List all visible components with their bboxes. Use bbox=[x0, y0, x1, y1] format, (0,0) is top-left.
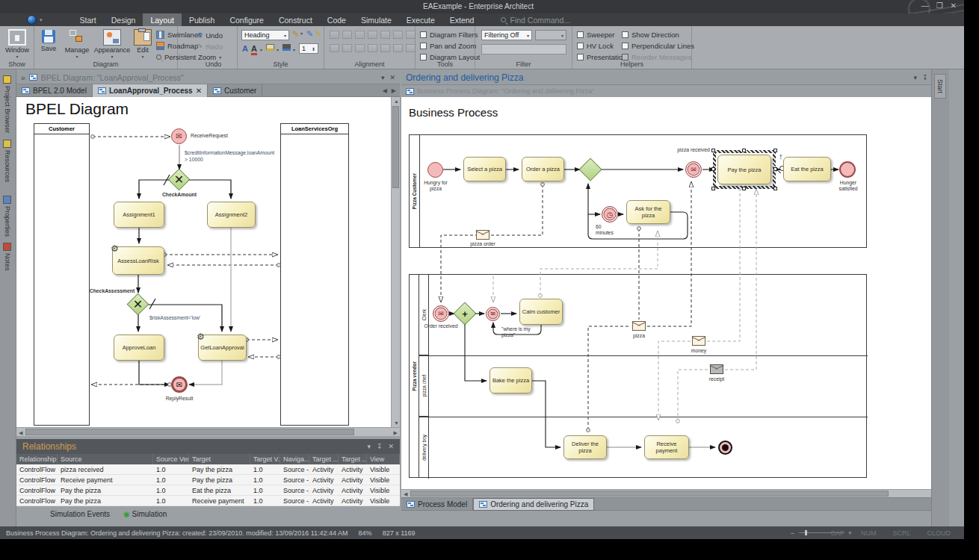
chevron-right-icon[interactable]: » bbox=[21, 73, 25, 82]
align-icon-7[interactable] bbox=[406, 31, 416, 39]
event-pizza-received[interactable]: ✉ bbox=[685, 161, 702, 178]
align-icon-11[interactable] bbox=[368, 44, 377, 52]
pizza-envelope-icon[interactable] bbox=[632, 321, 646, 331]
table-row[interactable]: ControlFlowReceive payment1.0Pay the piz… bbox=[16, 475, 400, 485]
col-view[interactable]: View bbox=[367, 454, 400, 464]
task-receive-payment[interactable]: Receive payment bbox=[644, 435, 689, 459]
col-source-ver[interactable]: Source Ver... bbox=[153, 454, 189, 464]
tab-execute[interactable]: Execute bbox=[399, 13, 442, 26]
align-icon-6[interactable] bbox=[393, 31, 403, 39]
tab-loanapproval[interactable]: LoanApproval_Process✕ bbox=[93, 84, 208, 97]
font-color-icon[interactable]: A bbox=[242, 44, 248, 53]
event-receive-request[interactable]: ✉ bbox=[171, 128, 187, 144]
scroll-left-icon[interactable]: ◀ bbox=[404, 491, 407, 497]
table-row[interactable]: ControlFlowPay the pizza1.0Receive payme… bbox=[16, 496, 400, 506]
selection-handle[interactable] bbox=[773, 167, 777, 171]
perpendicular-checkbox[interactable] bbox=[622, 43, 629, 49]
tab-configure[interactable]: Configure bbox=[222, 13, 271, 26]
tab-ordering-pizza[interactable]: Ordering and delivering Pizza bbox=[473, 498, 594, 511]
selection-handle[interactable] bbox=[742, 187, 746, 190]
checkbox-perpendicular[interactable]: Perpendicular Lines bbox=[622, 42, 694, 50]
task-select-pizza[interactable]: Select a pizza bbox=[463, 157, 506, 181]
gateway-check-assessment[interactable]: ✕ bbox=[127, 293, 149, 316]
tab-simulation[interactable]: ◉ Simulation bbox=[123, 510, 167, 518]
line-color-icon[interactable] bbox=[282, 44, 291, 51]
align-icon-13[interactable] bbox=[393, 44, 403, 52]
filter-extra-dropdown[interactable]: ▾ bbox=[535, 30, 566, 40]
task-assignment2[interactable]: Assignment2 bbox=[207, 202, 256, 228]
save-button[interactable]: Save bbox=[36, 28, 61, 52]
gateway-check-amount[interactable]: ✕ bbox=[168, 169, 191, 191]
align-icon-9[interactable] bbox=[342, 44, 352, 52]
app-logo-icon[interactable] bbox=[27, 15, 37, 25]
scroll-left-icon[interactable]: ◀ bbox=[19, 430, 22, 436]
table-row[interactable]: ControlFlowPay the pizza1.0Eat the pizza… bbox=[16, 485, 400, 496]
selection-handle[interactable] bbox=[773, 187, 777, 190]
align-icon-3[interactable] bbox=[355, 31, 365, 39]
scroll-right-icon[interactable]: ▶ bbox=[394, 430, 398, 436]
task-approve-loan[interactable]: ApproveLoan bbox=[114, 335, 164, 361]
col-target-v[interactable]: Target V... bbox=[250, 454, 280, 464]
selection-handle[interactable] bbox=[711, 149, 715, 152]
fill-color-caret[interactable]: ▾ bbox=[277, 47, 279, 52]
checkbox-show-direction[interactable]: Show Direction bbox=[622, 31, 679, 39]
checkbox-sweeper[interactable]: Sweeper bbox=[577, 31, 615, 39]
selection-handle[interactable] bbox=[711, 167, 715, 171]
col-target3[interactable]: Target ... bbox=[339, 454, 367, 464]
sidebar-item-notes[interactable]: Notes bbox=[3, 243, 11, 271]
filter-mode-dropdown[interactable]: Filtering Off▾ bbox=[481, 30, 532, 40]
align-icon-14[interactable] bbox=[406, 44, 416, 52]
tab-close-icon[interactable]: ✕ bbox=[196, 87, 202, 95]
pin-icon[interactable]: ↧ bbox=[377, 443, 383, 450]
table-row[interactable]: ControlFlowpizza received1.0Pay the pizz… bbox=[16, 464, 400, 475]
sweeper-checkbox[interactable] bbox=[577, 31, 584, 38]
col-source[interactable]: Source bbox=[58, 454, 153, 464]
fill-color-icon[interactable] bbox=[266, 44, 274, 51]
tab-start[interactable]: Start bbox=[72, 13, 104, 26]
selection-handle[interactable] bbox=[711, 187, 715, 190]
bpel-canvas[interactable]: BPEL Diagram Customer LoanServicesOrg bbox=[16, 97, 391, 427]
panel-close-button[interactable]: ✕ bbox=[389, 74, 395, 81]
align-icon-8[interactable] bbox=[330, 44, 339, 52]
tab-code[interactable]: Code bbox=[320, 13, 353, 26]
window-button[interactable]: Window ▾ bbox=[1, 28, 33, 59]
bpel-hscrollbar[interactable]: ◀ ▶ bbox=[16, 427, 400, 436]
checkbox-hv-lock[interactable]: HV Lock bbox=[577, 42, 614, 50]
diagram-layout-checkbox[interactable] bbox=[420, 54, 427, 60]
pool-pizza-vendor[interactable]: Pizza vendor Clerk pizza chef delivery b… bbox=[409, 274, 867, 478]
edit-button[interactable]: Edit ▾ bbox=[132, 28, 154, 59]
event-end-terminate[interactable] bbox=[718, 441, 732, 455]
event-reply-result[interactable]: ✉ bbox=[171, 376, 188, 393]
find-command[interactable]: Find Command... bbox=[501, 16, 570, 25]
event-hunger-satisfied[interactable] bbox=[839, 161, 856, 178]
pizza-canvas[interactable]: Business Process Pizza Customer Pizza ve… bbox=[401, 97, 933, 489]
text-color-icon[interactable]: A bbox=[251, 44, 257, 55]
style-combobox[interactable]: Heading▾ bbox=[241, 30, 289, 40]
tab-layout[interactable]: Layout bbox=[143, 13, 182, 26]
event-timer-60min[interactable]: ◷ bbox=[602, 206, 618, 223]
pizza-hscrollbar[interactable]: ◀ bbox=[401, 489, 943, 497]
sidebar-item-resources[interactable]: Resources bbox=[3, 140, 11, 182]
line-color-caret[interactable]: ▾ bbox=[293, 47, 295, 52]
tab-customer[interactable]: Customer bbox=[208, 84, 262, 97]
redo-button[interactable]: ↷Redo bbox=[196, 42, 223, 52]
bpel-vscrollbar[interactable]: ▲ ▼ bbox=[391, 97, 400, 427]
scroll-up-icon[interactable]: ▲ bbox=[394, 99, 399, 104]
pool-loanservices[interactable]: LoanServicesOrg bbox=[280, 123, 349, 426]
align-icon-10[interactable] bbox=[355, 44, 365, 52]
checkbox-pan-zoom[interactable]: Pan and Zoom bbox=[420, 42, 476, 50]
col-target2[interactable]: Target ... bbox=[309, 454, 339, 464]
manage-button[interactable]: Manage ▾ bbox=[61, 28, 93, 59]
rel-close-button[interactable]: ✕ bbox=[388, 443, 394, 450]
panel-menu-button[interactable]: ▾ bbox=[381, 74, 385, 81]
tab-start-edge[interactable]: Start bbox=[934, 74, 946, 99]
highlight-icon[interactable]: ✎ bbox=[315, 29, 322, 39]
task-assignment1[interactable]: Assignment1 bbox=[114, 202, 164, 228]
tab-publish[interactable]: Publish bbox=[182, 13, 222, 26]
task-eat-pizza[interactable]: Eat the pizza bbox=[783, 157, 831, 181]
pin-icon[interactable]: ↧ bbox=[922, 74, 928, 81]
tab-scroll-right-icon[interactable]: ▶ bbox=[392, 87, 396, 94]
event-hungry-start[interactable] bbox=[427, 162, 443, 178]
panel-menu-button[interactable]: ▾ bbox=[913, 74, 917, 81]
col-target[interactable]: Target bbox=[189, 454, 250, 464]
